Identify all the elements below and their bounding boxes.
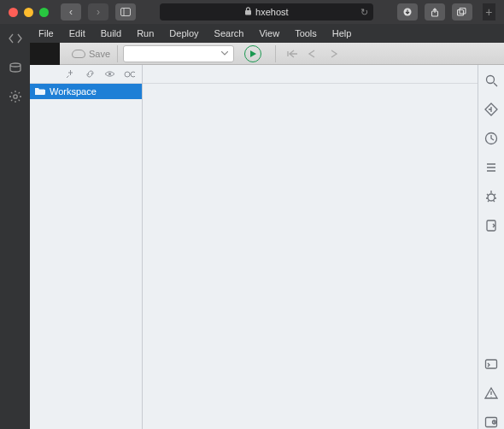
svg-rect-1 — [120, 9, 130, 16]
share-icon[interactable] — [425, 3, 445, 21]
menu-search[interactable]: Search — [214, 28, 244, 38]
close-window-icon[interactable] — [9, 8, 18, 17]
workspace-label: Workspace — [50, 86, 97, 97]
right-rail — [478, 65, 504, 429]
svg-rect-6 — [458, 10, 464, 16]
folder-open-icon — [35, 87, 45, 96]
cloud-icon — [72, 50, 85, 58]
window-controls — [9, 8, 49, 17]
svg-point-10 — [131, 72, 135, 77]
save-label: Save — [89, 49, 110, 59]
menu-view[interactable]: View — [259, 28, 279, 38]
run-button[interactable] — [244, 45, 261, 62]
debug-icon[interactable] — [484, 190, 498, 203]
menu-run[interactable]: Run — [137, 28, 154, 38]
menu-file[interactable]: File — [38, 28, 54, 38]
menu-deploy[interactable]: Deploy — [169, 28, 198, 38]
svg-point-0 — [13, 95, 16, 98]
workspace-root[interactable]: Workspace — [30, 84, 142, 99]
step-back-icon[interactable] — [305, 46, 320, 62]
file-explorer-toolbar — [30, 65, 142, 84]
address-bar[interactable]: hxehost ↻ — [160, 3, 373, 21]
svg-rect-15 — [486, 360, 497, 368]
development-icon[interactable] — [8, 31, 23, 46]
maximize-window-icon[interactable] — [39, 8, 49, 17]
svg-rect-3 — [245, 10, 251, 15]
search-icon[interactable] — [484, 73, 498, 87]
menu-edit[interactable]: Edit — [69, 28, 85, 38]
download-icon[interactable] — [397, 3, 418, 21]
eye-icon[interactable] — [104, 68, 115, 79]
svg-rect-7 — [460, 9, 466, 15]
reload-icon[interactable]: ↻ — [360, 7, 368, 18]
outline-icon[interactable] — [484, 161, 498, 174]
svg-point-8 — [108, 73, 111, 75]
terminal-icon[interactable] — [484, 415, 498, 429]
forward-button[interactable]: › — [88, 3, 108, 21]
editor-tab-bar — [143, 65, 478, 84]
git-icon[interactable] — [484, 219, 498, 232]
svg-point-9 — [125, 72, 130, 77]
menu-bar: File Edit Build Run Deploy Search View T… — [30, 24, 504, 43]
menu-tools[interactable]: Tools — [295, 28, 317, 38]
database-icon[interactable] — [8, 60, 23, 75]
diamond-icon[interactable] — [484, 103, 498, 116]
divider — [275, 45, 276, 62]
activity-bar — [0, 24, 30, 429]
chevron-down-icon — [221, 51, 228, 56]
glasses-icon[interactable] — [124, 68, 135, 79]
svg-point-11 — [487, 76, 495, 84]
step-forward-icon[interactable] — [325, 46, 341, 62]
sidebar-toggle-icon[interactable] — [115, 3, 136, 21]
run-config-dropdown[interactable] — [123, 45, 234, 62]
main-toolbar: Save — [60, 43, 504, 65]
tabs-icon[interactable] — [452, 3, 472, 21]
save-button[interactable]: Save — [65, 45, 118, 62]
file-explorer-panel: Workspace — [30, 65, 143, 429]
history-icon[interactable] — [484, 132, 498, 145]
console-icon[interactable] — [484, 357, 498, 371]
settings-icon[interactable] — [8, 89, 23, 104]
step-return-icon[interactable] — [284, 46, 300, 62]
new-tab-button[interactable]: + — [483, 3, 495, 21]
link-icon[interactable] — [85, 68, 96, 79]
editor-area — [143, 65, 478, 429]
svg-point-13 — [488, 194, 495, 201]
minimize-window-icon[interactable] — [24, 8, 33, 17]
menu-build[interactable]: Build — [101, 28, 121, 38]
menu-help[interactable]: Help — [332, 28, 352, 38]
browser-titlebar: ‹ › hxehost ↻ + — [0, 0, 504, 24]
collapse-icon[interactable] — [65, 68, 76, 79]
problems-icon[interactable] — [484, 386, 498, 400]
back-button[interactable]: ‹ — [61, 3, 81, 21]
lock-icon — [244, 7, 252, 17]
url-host: hxehost — [255, 7, 289, 17]
